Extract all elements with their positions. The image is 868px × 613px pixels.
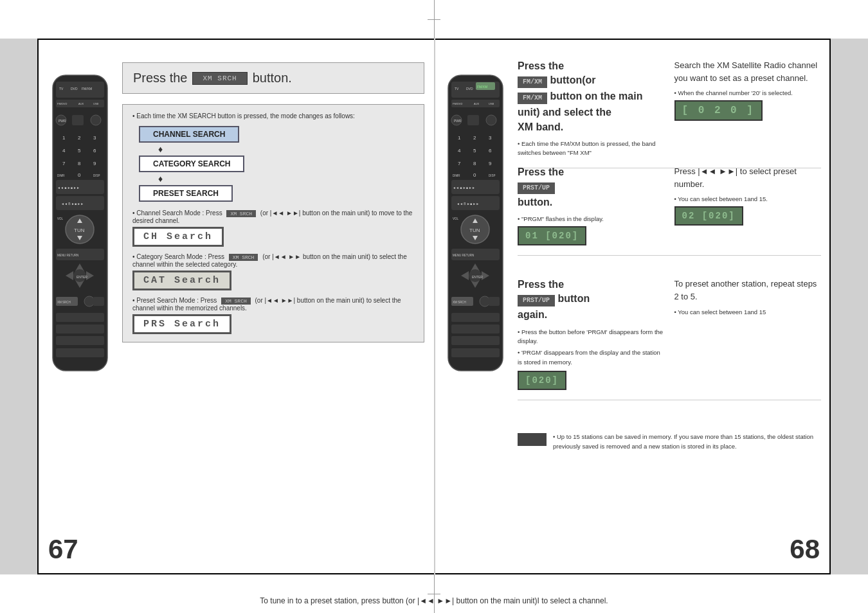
svg-text:DVD: DVD	[466, 87, 473, 91]
category-mode-text: • Category Search Mode : Press XM SRCH (…	[132, 253, 414, 268]
svg-text:7: 7	[458, 161, 461, 166]
svg-text:0: 0	[473, 172, 476, 178]
page-container: 67 68 TV DVD FM/XM FM/DVD AUX USB PWR	[0, 0, 868, 613]
cat-search-display: CAT Search	[132, 271, 231, 290]
svg-text:DIMR: DIMR	[453, 174, 460, 177]
category-search-label: CATEGORY SEARCH	[139, 155, 244, 172]
svg-text:3: 3	[93, 135, 96, 141]
svg-text:DISP: DISP	[489, 174, 496, 177]
svg-point-12	[91, 115, 101, 125]
crosshair-top	[424, 0, 444, 39]
remote-left: TV DVD FM/XM FM/DVD AUX USB PWR 1 2 3 4 …	[43, 72, 117, 380]
right-bar	[829, 39, 868, 574]
press-button-suffix: button.	[253, 71, 292, 85]
svg-rect-97	[451, 313, 500, 322]
svg-text:PWR: PWR	[59, 119, 66, 123]
svg-text:ENTER: ENTER	[77, 275, 87, 279]
remote-right: TV DVD FM/XM FM/DVD AUX USB PWR 1 2 3 4 …	[439, 72, 512, 374]
svg-text:FM/DVD: FM/DVD	[57, 102, 67, 105]
svg-text:FM/DVD: FM/DVD	[453, 102, 462, 105]
svg-rect-100	[451, 348, 500, 357]
bottom-center-text: To tune in to a preset station, press bu…	[129, 595, 739, 607]
search-flow: CHANNEL SEARCH ♦ CATEGORY SEARCH ♦ PRESE…	[139, 126, 414, 202]
crosshair-bottom	[424, 574, 444, 613]
press-text: Press the	[133, 71, 187, 85]
step3-left-bullet2: • 'PRGM' disappears from the display and…	[518, 348, 665, 367]
svg-rect-45	[93, 297, 104, 306]
svg-point-44	[84, 296, 95, 306]
svg-text:TV: TV	[455, 87, 459, 91]
svg-text:FM/XM: FM/XM	[477, 85, 487, 89]
svg-text:VOL: VOL	[453, 217, 459, 220]
svg-text:2: 2	[473, 135, 476, 141]
step1-row: Press the FM/XM button(or FM/XM button o…	[518, 59, 821, 168]
step3-left: Press the PRST/UP buttonagain. • Press t…	[518, 278, 665, 390]
svg-text:USB: USB	[489, 102, 494, 105]
channel-search-label: CHANNEL SEARCH	[139, 126, 239, 143]
step2-right: Press |◄◄ ►►| to select preset number. •…	[674, 165, 822, 245]
svg-text:4: 4	[62, 148, 66, 154]
step2-row: Press the PRST/UP button. • "PRGM" flash…	[518, 165, 821, 256]
step1-right-bullet: • When the channel number '20' is select…	[674, 89, 822, 96]
step2-left-title: Press the PRST/UP button.	[518, 165, 665, 210]
step3-right-title: To preset another station, repeat steps …	[674, 278, 822, 303]
press-button-header: Press the XM SRCH button.	[122, 62, 424, 94]
prs-search-display: PRS Search	[132, 314, 231, 334]
step2-left-display: 01 [020]	[518, 226, 586, 245]
svg-text:◄◄  B  ►■  ►►: ◄◄ B ►■ ►►	[457, 202, 479, 206]
svg-text:2: 2	[78, 135, 81, 141]
svg-text:4: 4	[458, 148, 461, 154]
channel-mode-text: • Channel Search Mode : Press XM SRCH (o…	[132, 209, 414, 224]
search-instruction-box: • Each time the XM SEARCH button is pres…	[122, 104, 424, 342]
svg-text:1: 1	[458, 135, 461, 141]
step3-right: To preset another station, repeat steps …	[674, 278, 822, 390]
step1-left-title: Press the FM/XM button(or FM/XM button o…	[518, 59, 665, 134]
step1-right-title: Search the XM Satellite Radio channel yo…	[674, 59, 822, 84]
xm-search-button-label: XM SRCH	[192, 72, 247, 85]
step3-left-display: [020]	[518, 371, 566, 390]
svg-text:◄◄  ■  ►■  ►►: ◄◄ ■ ►■ ►►	[453, 186, 475, 190]
svg-text:7: 7	[62, 161, 66, 166]
svg-text:AUX: AUX	[78, 102, 84, 105]
svg-rect-49	[56, 348, 104, 357]
svg-rect-48	[56, 336, 104, 345]
step2-left-bullet: • "PRGM" flashes in the display.	[518, 215, 665, 222]
step1-left: Press the FM/XM button(or FM/XM button o…	[518, 59, 665, 158]
svg-rect-11	[72, 115, 84, 125]
note-icon	[518, 433, 547, 446]
svg-text:XM SRCH: XM SRCH	[57, 301, 71, 304]
svg-text:USB: USB	[93, 102, 99, 105]
step3-left-title: Press the PRST/UP buttonagain.	[518, 278, 665, 323]
svg-text:PWR: PWR	[454, 119, 462, 123]
step1-display: [ 0 2 0 ]	[674, 100, 763, 121]
svg-text:3: 3	[489, 135, 492, 141]
svg-text:8: 8	[473, 161, 476, 166]
left-bar	[0, 39, 39, 574]
svg-text:VOL: VOL	[57, 217, 64, 220]
svg-point-95	[480, 296, 490, 306]
preset-mode-section: • Preset Search Mode : Press XM SRCH (or…	[132, 297, 414, 334]
svg-text:8: 8	[78, 161, 81, 166]
svg-text:FM/XM: FM/XM	[82, 87, 92, 91]
step2-right-bullet: • You can select between 1and 15.	[674, 195, 822, 202]
svg-text:DISP: DISP	[93, 174, 100, 177]
svg-text:9: 9	[489, 161, 492, 166]
svg-text:DIMR: DIMR	[57, 174, 65, 177]
right-page: TV DVD FM/XM FM/DVD AUX USB PWR 1 2 3 4 …	[435, 40, 827, 573]
svg-rect-62	[467, 115, 479, 125]
svg-rect-99	[451, 336, 500, 345]
ch-search-display: CH Search	[132, 227, 224, 247]
channel-mode-section: • Channel Search Mode : Press XM SRCH (o…	[132, 209, 414, 247]
svg-text:0: 0	[78, 172, 81, 178]
left-page: TV DVD FM/XM FM/DVD AUX USB PWR 1 2 3 4 …	[40, 40, 431, 573]
svg-text:5: 5	[78, 148, 81, 154]
step2-right-display: 02 [020]	[674, 206, 743, 226]
category-mode-section: • Category Search Mode : Press XM SRCH (…	[132, 253, 414, 290]
step1-left-bullet: • Each time the FM/XM button is pressed,…	[518, 139, 665, 158]
svg-text:DVD: DVD	[71, 87, 78, 91]
svg-text:9: 9	[93, 161, 96, 166]
mode-changes-bullet: • Each time the XM SEARCH button is pres…	[132, 112, 414, 120]
preset-mode-text: • Preset Search Mode : Press XM SRCH (or…	[132, 297, 414, 312]
step1-right: Search the XM Satellite Radio channel yo…	[674, 59, 822, 158]
step3-right-bullet: • You can select between 1and 15	[674, 308, 822, 317]
